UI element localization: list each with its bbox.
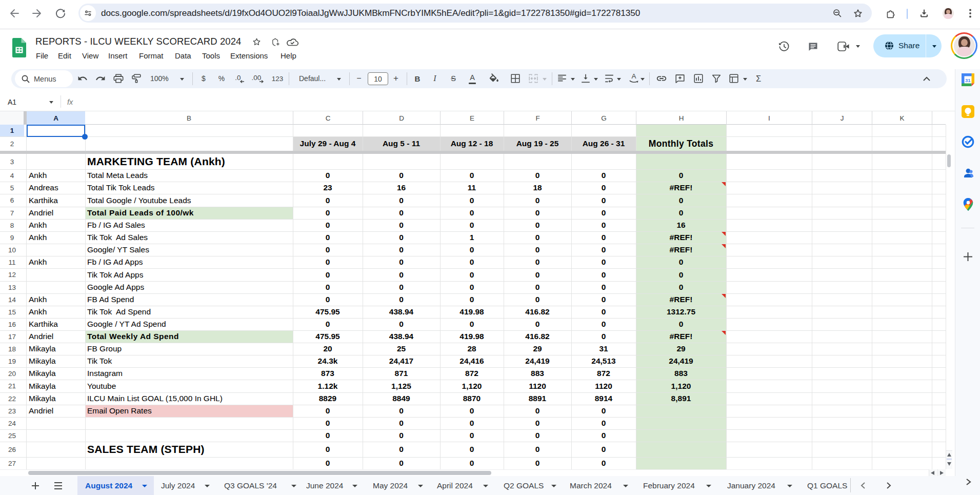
- svg-text:31: 31: [965, 77, 971, 83]
